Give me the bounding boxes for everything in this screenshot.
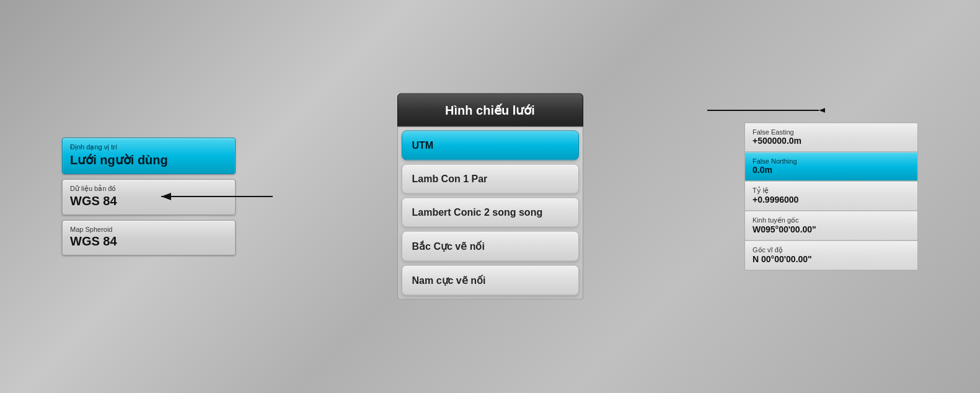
right-panel-item-value-0: +500000.0m — [753, 136, 910, 146]
center-header: Hình chiếu lưới — [397, 94, 583, 127]
right-panel-item-0[interactable]: False Easting +500000.0m — [744, 123, 918, 152]
right-panel-item-value-3: W095°00'00.00" — [753, 224, 910, 234]
center-panel: Hình chiếu lưới UTMLamb Con 1 ParLambert… — [397, 94, 583, 300]
left-panel-item-0[interactable]: Định dạng vị trí Lưới người dùng — [62, 138, 236, 174]
right-panel-item-label-2: Tỷ lệ — [753, 187, 910, 195]
center-list-item-0[interactable]: UTM — [402, 131, 579, 161]
right-panel-item-label-4: Gốc vĩ độ — [753, 246, 910, 254]
right-panel-item-4[interactable]: Gốc vĩ độ N 00°00'00.00" — [744, 241, 918, 271]
right-panel-item-label-3: Kinh tuyến gốc — [753, 216, 910, 224]
center-list-item-2[interactable]: Lambert Conic 2 song song — [402, 198, 579, 227]
left-panel-item-label-1: Dữ liệu bản đồ — [70, 185, 227, 193]
right-panel-item-3[interactable]: Kinh tuyến gốc W095°00'00.00" — [744, 211, 918, 241]
center-header-title: Hình chiếu lưới — [445, 104, 535, 117]
center-list-item-1[interactable]: Lamb Con 1 Par — [402, 164, 579, 194]
center-list-item-4[interactable]: Nam cực vẽ nối — [402, 265, 579, 296]
center-list-item-3[interactable]: Bắc Cực vẽ nối — [402, 231, 579, 262]
left-panel-item-2[interactable]: Map Spheroid WGS 84 — [62, 220, 236, 255]
right-panel-item-label-1: False Northing — [753, 157, 910, 165]
right-panel-item-value-1: 0.0m — [753, 165, 910, 175]
right-panel-item-label-0: False Easting — [753, 128, 910, 136]
left-panel-item-value-0: Lưới người dùng — [70, 152, 227, 167]
left-panel-item-value-2: WGS 84 — [70, 234, 227, 249]
right-panel-item-value-2: +0.9996000 — [753, 195, 910, 205]
left-panel-item-value-1: WGS 84 — [70, 194, 227, 208]
main-container: Định dạng vị trí Lưới người dùng Dữ liệu… — [0, 0, 980, 393]
left-panel-item-label-2: Map Spheroid — [70, 226, 227, 233]
right-panel: False Easting +500000.0m False Northing … — [744, 123, 918, 271]
right-panel-item-1[interactable]: False Northing 0.0m — [744, 152, 918, 181]
arrow-center-to-right — [701, 98, 825, 123]
left-panel: Định dạng vị trí Lưới người dùng Dữ liệu… — [62, 138, 236, 255]
right-panel-item-value-4: N 00°00'00.00" — [753, 254, 910, 264]
right-panel-item-2[interactable]: Tỷ lệ +0.9996000 — [744, 181, 918, 211]
center-list: UTMLamb Con 1 ParLambert Conic 2 song so… — [397, 127, 583, 300]
left-panel-item-1[interactable]: Dữ liệu bản đồ WGS 84 — [62, 179, 236, 215]
left-panel-item-label-0: Định dạng vị trí — [70, 143, 227, 151]
